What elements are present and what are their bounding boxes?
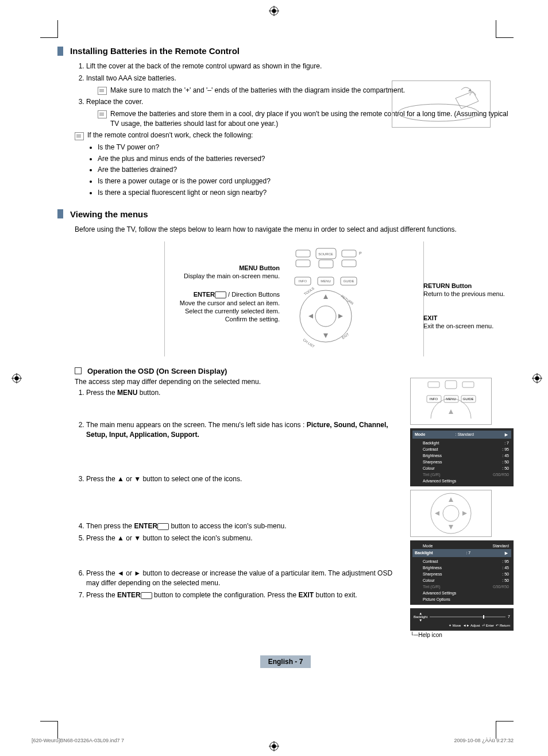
svg-marker-36 [308, 314, 313, 318]
svg-marker-56 [435, 511, 439, 516]
svg-text:GUIDE: GUIDE [343, 279, 354, 283]
svg-marker-54 [449, 497, 453, 502]
osd-step-3: Press the ▲ or ▼ button to select one of… [86, 474, 399, 484]
svg-rect-25 [342, 260, 356, 267]
svg-marker-35 [323, 333, 328, 338]
osd-step-2: The main menu appears on the screen. The… [86, 420, 399, 440]
svg-marker-51 [449, 409, 453, 414]
registration-mark-left [11, 373, 22, 383]
svg-text:INFO: INFO [430, 397, 438, 401]
note-icon [98, 110, 107, 118]
enter-icon [141, 592, 152, 599]
svg-rect-23 [319, 260, 333, 268]
svg-point-53 [443, 505, 459, 521]
svg-text:SOURCE: SOURCE [318, 252, 333, 256]
bullet: Is the TV power on? [98, 143, 514, 152]
svg-marker-57 [462, 511, 467, 516]
osd-step-7: Press the ENTER button to complete the c… [86, 590, 399, 600]
bullet: Is there a power outage or is the power … [98, 176, 514, 186]
svg-point-33 [315, 306, 336, 327]
bullet: Are the batteries drained? [98, 165, 514, 175]
registration-mark-top [269, 6, 279, 16]
remote-top-illustration: INFOMENUGUIDE [410, 378, 492, 425]
note-text: Make sure to match the '+' and '–' ends … [110, 86, 405, 95]
crop-mark [496, 721, 514, 739]
svg-text:GUIDE: GUIDE [462, 397, 473, 401]
enter-icon [157, 523, 169, 530]
help-icon-label: └─Help icon [410, 632, 514, 638]
trouble-intro: If the remote control doesn't work, chec… [87, 131, 253, 139]
svg-rect-21 [342, 250, 356, 257]
svg-marker-34 [323, 294, 328, 299]
doc-footer-right: 2009-10-08 ¿ÀÀü 9:27:32 [454, 738, 514, 743]
intro-text: Before using the TV, follow the steps be… [75, 225, 514, 235]
section-title-menus: Viewing the menus [70, 209, 148, 219]
svg-marker-55 [449, 525, 453, 529]
svg-text:RETURN: RETURN [340, 294, 354, 305]
svg-rect-18 [296, 250, 310, 257]
registration-mark-right [532, 373, 542, 383]
enter-icon [215, 291, 226, 298]
crop-mark [40, 721, 58, 739]
crop-mark [496, 20, 514, 38]
svg-text:TOOLS: TOOLS [303, 286, 315, 296]
square-bullet-icon [75, 367, 82, 374]
section-title-batteries: Installing Batteries in the Remote Contr… [70, 46, 240, 56]
remote-buttons-illustration: SOURCE P INFO MENU GUIDE [284, 247, 368, 351]
osd-step-6: Press the ◄ or ► button to decrease or i… [86, 569, 399, 588]
svg-rect-24 [296, 260, 310, 267]
svg-rect-43 [445, 381, 457, 389]
osd-step-1: Press the MENU button. [86, 388, 399, 398]
step-1: Lift the cover at the back of the remote… [86, 62, 514, 71]
osd-menu-screenshot-2: ModeStandard Backlight: 7► Contrast: 95 … [410, 540, 514, 605]
doc-footer-left: [620-Weuro]BN68-02326A-03L09.ind7 7 [32, 738, 124, 743]
osd-slider-screenshot: ▲Backlight▼ 7 ✦ Move ◄► Adjust ⏎ Enter ↶… [410, 608, 514, 631]
osd-intro: The access step may differ depending on … [75, 378, 399, 386]
note-icon [75, 132, 84, 140]
osd-step-5: Press the ▲ or ▼ button to select the ic… [86, 534, 399, 543]
svg-rect-42 [428, 382, 439, 387]
svg-text:INFO: INFO [299, 279, 307, 283]
bullet: Is there a special fluorescent light or … [98, 188, 514, 198]
osd-step-4: Then press the ENTER button to access th… [86, 521, 399, 531]
svg-text:CH LIST: CH LIST [302, 337, 315, 348]
note-icon [98, 87, 107, 95]
bullet: Are the plus and minus ends of the batte… [98, 154, 514, 164]
svg-rect-44 [462, 382, 474, 387]
svg-text:MENU: MENU [321, 279, 331, 283]
remote-dpad-illustration [410, 490, 492, 537]
remote-battery-illustration [392, 80, 491, 128]
page-number: English - 7 [260, 655, 311, 668]
svg-marker-37 [338, 314, 343, 318]
osd-heading: Operation the OSD (On Screen Display) [87, 367, 227, 375]
osd-menu-screenshot-1: Mode: Standard► Backlight: 7 Contrast: 9… [410, 428, 514, 486]
svg-text:EXIT: EXIT [341, 332, 350, 340]
remote-diagram: MENU ButtonDisplay the main on-screen me… [164, 241, 424, 356]
svg-text:P: P [359, 251, 362, 255]
crop-mark [40, 20, 58, 38]
